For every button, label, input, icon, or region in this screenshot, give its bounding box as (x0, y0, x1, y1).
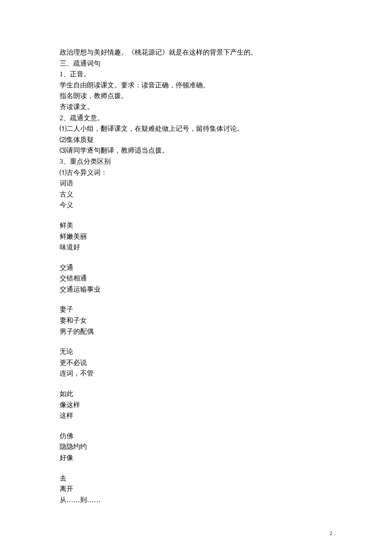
term: 交通 (60, 262, 332, 273)
modern-meaning: 好像 (60, 452, 332, 463)
modern-meaning: 从……到…… (60, 494, 332, 506)
modern-meaning: 交通运输事业 (60, 284, 332, 295)
glossary-entry: 无论 更不必说 连词，不管 (60, 346, 332, 379)
body-line: ⑴二人小组，翻译课文，在疑难处做上记号，留待集体讨论。 (60, 123, 332, 134)
glossary-entry: 交通 交错相通 交通运输事业 (60, 262, 332, 295)
body-line: 学生自由朗读课文。要求：读音正确，停顿准确。 (60, 80, 332, 91)
ancient-meaning: 离开 (60, 483, 332, 494)
term: 去 (60, 473, 332, 484)
body-line: 3、重点分类区别 (60, 156, 332, 167)
body-line: 政治理想与美好情趣。《桃花源记》就是在这样的背景下产生的。 (60, 47, 332, 58)
ancient-meaning: 妻和子女 (60, 315, 332, 326)
ancient-meaning: 隐隐约约 (60, 441, 332, 452)
body-line: ⑵集体质疑 (60, 134, 332, 145)
term: 妻子 (60, 304, 332, 315)
modern-meaning: 男子的配偶 (60, 326, 332, 337)
term: 仿佛 (60, 431, 332, 442)
ancient-meaning: 像这样 (60, 399, 332, 410)
glossary-entry: 如此 像这样 这样 (60, 388, 332, 421)
body-line: 指名朗读，教师点拨。 (60, 90, 332, 101)
ancient-meaning: 鲜嫩美丽 (60, 231, 332, 242)
ancient-meaning: 更不必说 (60, 357, 332, 368)
page-number: 2 (330, 529, 333, 538)
body-line: ⑴古今异义词： (60, 167, 332, 178)
glossary-entry: 鲜美 鲜嫩美丽 味道好 (60, 220, 332, 253)
section-heading: 三、疏通词句 (60, 58, 332, 69)
body-line: 齐读课文。 (60, 101, 332, 113)
term: 无论 (60, 346, 332, 357)
modern-meaning: 这样 (60, 410, 332, 421)
body-line: 2、疏通文意。 (60, 113, 332, 124)
modern-meaning: 连词，不管 (60, 368, 332, 379)
ancient-meaning: 交错相通 (60, 273, 332, 284)
glossary-entry: 仿佛 隐隐约约 好像 (60, 431, 332, 463)
body-line: ⑶请同学逐句翻译，教师适当点拨。 (60, 145, 332, 156)
term: 如此 (60, 388, 332, 399)
glossary-entry: 去 离开 从……到…… (60, 473, 332, 506)
modern-meaning: 味道好 (60, 242, 332, 253)
body-line: 词语 (60, 178, 332, 189)
body-line: 今义 (60, 199, 332, 211)
glossary-entry: 妻子 妻和子女 男子的配偶 (60, 304, 332, 337)
body-line: 古义 (60, 189, 332, 200)
body-line: 1、正音。 (60, 69, 332, 80)
term: 鲜美 (60, 220, 332, 231)
document-page: 政治理想与美好情趣。《桃花源记》就是在这样的背景下产生的。 三、疏通词句 1、正… (0, 0, 392, 522)
